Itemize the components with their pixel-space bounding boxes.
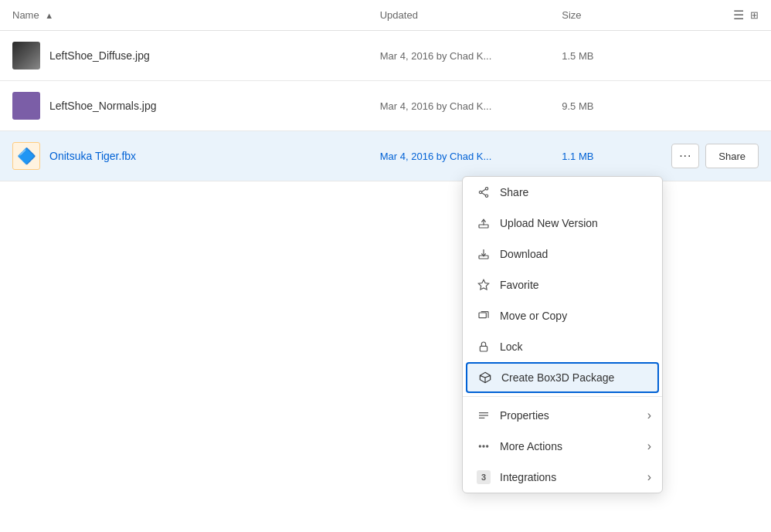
svg-point-19 [479, 446, 481, 447]
file-actions-cell [659, 81, 771, 131]
file-name-text: LeftShoe_Normals.jpg [49, 100, 157, 112]
file-name-text: LeftShoe_Diffuse.jpg [49, 49, 150, 62]
upload-icon [477, 216, 491, 230]
svg-point-0 [485, 188, 487, 190]
menu-item-box3d[interactable]: Create Box3D Package [466, 362, 659, 393]
menu-item-label: Create Box3D Package [501, 371, 647, 384]
move-icon [477, 309, 491, 323]
menu-item-label: Share [500, 186, 648, 198]
file-actions-cell: ··· Share [659, 131, 771, 181]
menu-item-lock[interactable]: Lock [463, 331, 662, 362]
menu-item-label: Integrations [500, 471, 648, 483]
file-size: 1.1 MB [549, 131, 659, 181]
file-updated: Mar 4, 2016 by Chad K... [368, 31, 550, 81]
menu-item-label: Properties [500, 409, 648, 422]
menu-item-download[interactable]: Download [463, 239, 662, 269]
svg-rect-10 [479, 313, 486, 318]
menu-item-integrations[interactable]: 3 Integrations [463, 462, 662, 493]
context-menu: Share Upload New Version Download Favori… [462, 176, 663, 493]
file-updated: Mar 4, 2016 by Chad K... [368, 81, 550, 131]
svg-rect-11 [480, 346, 487, 351]
file-thumbnail: 🔷 [12, 142, 40, 170]
svg-point-2 [485, 195, 487, 197]
sort-icon: ▲ [45, 11, 53, 20]
file-list: Name ▲ Updated Size ☰ ⊞ LeftShoe_Diffuse… [0, 0, 771, 181]
menu-item-label: Lock [500, 341, 648, 353]
menu-item-label: Move or Copy [500, 310, 648, 322]
svg-line-4 [482, 193, 486, 195]
col-updated-label: Updated [380, 9, 418, 21]
file-actions-cell [659, 31, 771, 81]
menu-item-move[interactable]: Move or Copy [463, 300, 662, 331]
col-header-size[interactable]: Size [549, 0, 659, 31]
menu-item-label: More Actions [500, 440, 648, 452]
menu-item-label: Favorite [500, 279, 648, 291]
col-header-name[interactable]: Name ▲ [0, 0, 368, 31]
star-icon [477, 278, 491, 292]
svg-point-20 [483, 446, 484, 447]
file-name-text: Onitsuka Tiger.fbx [49, 150, 136, 162]
box3d-icon [478, 371, 492, 385]
integrations-badge: 3 [477, 470, 491, 484]
table-row[interactable]: 🔷 Onitsuka Tiger.fbx Mar 4, 2016 by Chad… [0, 131, 771, 181]
share-button[interactable]: Share [705, 144, 759, 168]
col-size-label: Size [562, 9, 581, 21]
table-row[interactable]: LeftShoe_Normals.jpg Mar 4, 2016 by Chad… [0, 81, 771, 131]
file-name-cell: LeftShoe_Normals.jpg [0, 81, 368, 131]
svg-point-21 [487, 446, 488, 447]
lock-icon [477, 340, 491, 354]
download-icon [477, 247, 491, 261]
menu-item-label: Download [500, 248, 648, 260]
menu-item-upload[interactable]: Upload New Version [463, 208, 662, 239]
grid-view-icon[interactable]: ⊞ [750, 9, 759, 21]
file-updated: Mar 4, 2016 by Chad K... [368, 131, 550, 181]
more_actions-icon [477, 439, 491, 453]
svg-line-15 [480, 375, 485, 378]
more-options-button[interactable]: ··· [671, 144, 699, 168]
menu-item-favorite[interactable]: Favorite [463, 269, 662, 300]
svg-marker-9 [478, 280, 488, 290]
col-name-label: Name [12, 9, 39, 21]
file-name-cell: LeftShoe_Diffuse.jpg [0, 31, 368, 81]
fbx-file-icon: 🔷 [17, 147, 36, 165]
file-name-cell: 🔷 Onitsuka Tiger.fbx [0, 131, 368, 181]
col-header-actions: ☰ ⊞ [659, 0, 771, 31]
file-size: 1.5 MB [549, 31, 659, 81]
file-thumbnail [12, 42, 40, 69]
svg-line-14 [485, 375, 491, 378]
file-size: 9.5 MB [549, 81, 659, 131]
menu-item-label: Upload New Version [500, 217, 648, 229]
table-row[interactable]: LeftShoe_Diffuse.jpg Mar 4, 2016 by Chad… [0, 31, 771, 81]
properties-icon [477, 408, 491, 422]
menu-item-properties[interactable]: Properties [463, 400, 662, 431]
menu-divider [463, 396, 662, 397]
file-thumbnail [12, 92, 40, 120]
svg-line-3 [482, 189, 486, 191]
svg-point-1 [479, 191, 481, 193]
menu-item-more_actions[interactable]: More Actions [463, 431, 662, 462]
list-view-icon[interactable]: ☰ [733, 8, 744, 22]
share-icon [477, 185, 491, 199]
menu-item-share[interactable]: Share [463, 177, 662, 208]
col-header-updated[interactable]: Updated [368, 0, 550, 31]
